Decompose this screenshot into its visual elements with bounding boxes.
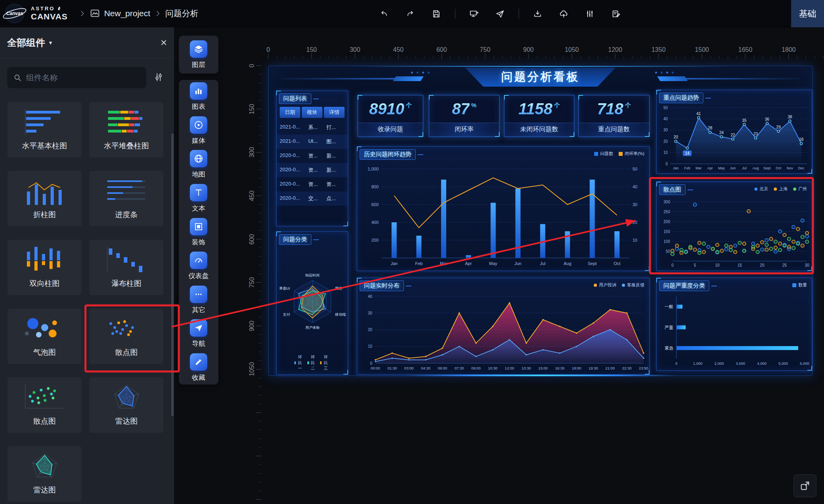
component-card-radar2[interactable]: 雷达图: [8, 446, 81, 502]
report-button[interactable]: [608, 6, 623, 21]
table-row[interactable]: 2021-0...UI...图...: [277, 135, 348, 149]
svg-text:Aug: Aug: [564, 261, 572, 266]
table-row[interactable]: 2020-0...交...点...: [277, 191, 348, 206]
component-label: 雷达图: [115, 416, 138, 426]
legend-label: 问题数: [600, 151, 613, 157]
svg-text:12:00: 12:00: [505, 366, 514, 370]
column-header[interactable]: 模块: [302, 107, 322, 118]
search-icon: [13, 73, 22, 82]
category-label: 图表: [192, 102, 205, 111]
legend-swatch: [320, 361, 322, 364]
kpi-card[interactable]: 87%闭环率: [429, 95, 500, 137]
svg-text:30: 30: [663, 128, 668, 132]
close-panel-button[interactable]: ×: [161, 37, 167, 48]
chart-legend: 数量: [792, 282, 807, 288]
filter-button[interactable]: [153, 72, 165, 83]
column-header[interactable]: 日期: [280, 107, 300, 118]
category-decor[interactable]: 装饰: [179, 215, 218, 249]
basic-mode-button[interactable]: 基础: [791, 0, 824, 27]
kpi-card[interactable]: 8910个收录问题: [358, 95, 423, 137]
rocket-icon: [57, 6, 61, 11]
category-fav[interactable]: 收藏: [179, 351, 218, 385]
category-gauge[interactable]: 仪表盘: [179, 249, 218, 283]
component-label: 气泡图: [33, 347, 56, 358]
severity-panel[interactable]: 问题严重度分类 数量 01,0002,0003,0004,0005,0006,0…: [656, 278, 812, 371]
component-card-radar[interactable]: 雷达图: [89, 377, 163, 433]
window-popout-button[interactable]: [794, 474, 816, 497]
category-media[interactable]: 媒体: [179, 114, 218, 148]
category-charts[interactable]: 图表: [179, 80, 218, 114]
chart-legend: 问题数闭环率(%): [594, 151, 644, 157]
save-button[interactable]: [429, 6, 444, 21]
panel-scrollbar[interactable]: [171, 133, 174, 416]
component-card-hbar[interactable]: 水平基本柱图: [8, 102, 81, 157]
category-label: 装饰: [192, 238, 205, 247]
send-button[interactable]: [493, 6, 508, 21]
cloud-upload-button[interactable]: [556, 6, 571, 21]
kpi-card[interactable]: 718个重点问题数: [578, 95, 650, 137]
component-card-scatter[interactable]: 散点图: [89, 309, 163, 364]
legend-label: 客服反馈: [627, 282, 644, 288]
table-row[interactable]: 2021-0...系...打...: [277, 120, 348, 135]
component-card-hstack[interactable]: 水平堆叠柱图: [89, 102, 163, 157]
component-card-progress[interactable]: 进度条: [89, 171, 163, 226]
toolbar-separator: [455, 9, 455, 19]
undo-button[interactable]: [377, 6, 392, 21]
table-cell: 2020-0...: [280, 195, 308, 202]
table-row[interactable]: 2020-0...资...资...: [277, 177, 348, 191]
breadcrumb-project[interactable]: New_project: [104, 9, 150, 18]
svg-text:Apr: Apr: [465, 261, 472, 266]
monitor-add-button[interactable]: [466, 6, 481, 21]
sliders-button[interactable]: [582, 6, 597, 21]
redo-button[interactable]: [403, 6, 418, 21]
ruler-mark: 150: [306, 46, 317, 53]
table-row[interactable]: 2020-0...资...新...: [277, 163, 348, 177]
svg-text:Feb: Feb: [684, 166, 690, 170]
svg-text:50: 50: [666, 249, 671, 254]
table-row[interactable]: 2020-0...资...新...: [277, 149, 348, 163]
search-input[interactable]: [26, 73, 141, 82]
problem-list-panel[interactable]: 问题列表 日期模块详情 2021-0...系...打...2021-0...UI…: [276, 91, 348, 226]
component-card-bubble[interactable]: 气泡图: [8, 309, 81, 364]
category-layers[interactable]: 图层: [179, 36, 218, 74]
problem-category-panel[interactable]: 问题分类 响应时间网络移动端用户体验支付界面UI 环比一环比二环比三: [276, 231, 348, 375]
component-card-bidir[interactable]: 双向柱图: [8, 240, 81, 295]
key-problem-trend-panel[interactable]: 重点问题趋势 0102030405020Jan14Feb41Mar28Apr24…: [656, 90, 812, 174]
svg-text:Jun: Jun: [514, 261, 521, 266]
components-panel-title[interactable]: 全部组件: [7, 36, 45, 49]
category-text[interactable]: 文本: [179, 182, 218, 216]
dashboard-canvas[interactable]: 问题分析看板 问题列表 日期模块详情 2021-0...系...打...2021…: [268, 66, 813, 376]
category-nav[interactable]: 导航: [179, 317, 218, 351]
ruler-mark: 750: [480, 46, 491, 53]
kpi-value: 8910: [369, 100, 404, 118]
table-cell: 新...: [326, 152, 345, 159]
caret-down-icon[interactable]: ▾: [49, 39, 52, 46]
svg-text:41: 41: [697, 112, 701, 116]
component-card-linebar[interactable]: 折柱图: [8, 171, 81, 226]
column-header[interactable]: 详情: [324, 107, 345, 118]
category-other[interactable]: 其它: [179, 283, 218, 317]
category-map[interactable]: 地图: [179, 148, 218, 182]
category-toolbar: 图表媒体地图文本装饰仪表盘其它导航收藏: [179, 80, 218, 385]
svg-text:0: 0: [370, 361, 372, 366]
legend-label: 环比三: [324, 354, 330, 371]
svg-text:Apr: Apr: [707, 166, 713, 170]
scatter-chart-panel[interactable]: 散点图 北京上海广州 50100150200250300051015202530: [656, 182, 812, 271]
history-trend-panel[interactable]: 历史问题闭环趋势 问题数闭环率(%) 200104002060030800401…: [357, 146, 650, 271]
decor-icon: [190, 218, 207, 235]
table-cell: 图...: [326, 138, 345, 145]
kpi-card[interactable]: 1158个未闭环问题数: [504, 95, 574, 137]
component-card-scatter2[interactable]: 散点图: [8, 377, 81, 433]
svg-text:4,000: 4,000: [757, 361, 767, 366]
fav-icon: [190, 353, 207, 371]
legend-label: 上海: [779, 186, 788, 192]
component-card-waterfall[interactable]: 瀑布柱图: [89, 240, 163, 295]
download-button[interactable]: [530, 6, 545, 21]
top-bar: Canvas ASTRO CANVAS New_project: [0, 0, 824, 27]
category-toolbar-top: 图层: [179, 36, 218, 74]
table-cell: 资...: [308, 181, 326, 188]
realtime-distribution-panel[interactable]: 问题实时分布 用户投诉客服反馈 01020304000:0001:3003:00…: [357, 278, 650, 375]
design-canvas[interactable]: 0150300450600750900105012001350150016501…: [174, 27, 824, 504]
table-cell: 2020-0...: [280, 181, 308, 188]
svg-text:29: 29: [776, 125, 781, 129]
